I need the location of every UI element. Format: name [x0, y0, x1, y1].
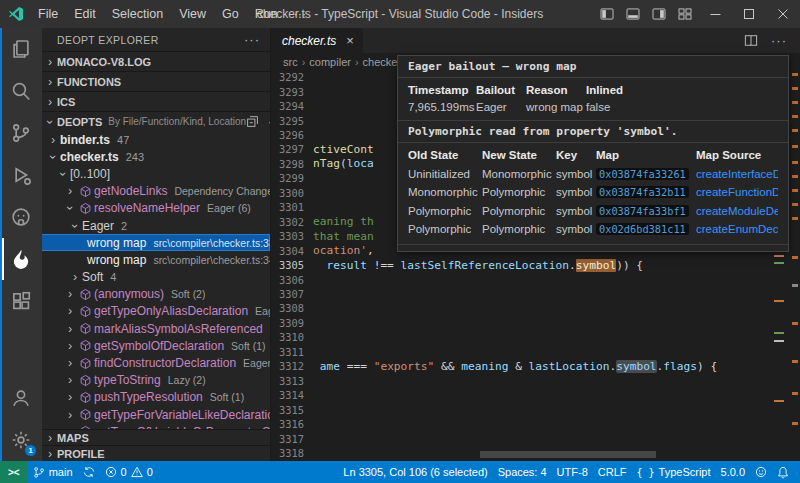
map-address[interactable]: 0x03874fa32b11: [596, 186, 689, 198]
column-header: Map Source: [696, 149, 778, 161]
eol-status[interactable]: CRLF: [593, 461, 632, 483]
tree-item[interactable]: ›Soft4: [40, 269, 270, 286]
section-header-profile[interactable]: ›PROFILE: [40, 445, 270, 461]
menu-item[interactable]: File: [30, 0, 66, 28]
tree-item[interactable]: ›binder.ts47: [40, 131, 270, 148]
code-token: ===: [340, 360, 374, 373]
map-address[interactable]: 0x03874fa33bf1: [596, 205, 689, 217]
language-mode[interactable]: { } TypeScript: [632, 461, 716, 483]
indentation-status[interactable]: Spaces: 4: [493, 461, 552, 483]
section-deopts[interactable]: › DEOPTS By File/Function/Kind, Location…: [40, 111, 270, 131]
map-source-link[interactable]: createModuleDeclarat: [696, 205, 778, 217]
menu-item[interactable]: ···: [286, 0, 315, 28]
tree-item-label: findConstructorDeclaration: [94, 356, 236, 370]
line-number: 3309: [270, 317, 304, 329]
menu-item[interactable]: Selection: [104, 0, 171, 28]
table-header-row: Old StateNew StateKeyMapMap Source: [408, 146, 778, 165]
cursor-position[interactable]: Ln 3305, Col 106 (6 selected): [338, 461, 492, 483]
tab-close-icon[interactable]: ×: [346, 33, 354, 48]
github-icon[interactable]: [2, 196, 40, 238]
extensions-icon[interactable]: [2, 280, 40, 322]
section-header-maps[interactable]: ›MAPS: [40, 429, 270, 445]
menu-item[interactable]: View: [171, 0, 214, 28]
tree-item[interactable]: wrong mapsrc\compiler\checker.ts:330...: [40, 234, 270, 251]
code-line: 3314: [270, 388, 800, 402]
tree-item[interactable]: wrong mapsrc\compiler\checker.ts:348...: [40, 251, 270, 268]
map-source-link[interactable]: createInterfaceDeclara: [696, 168, 778, 180]
tree-item[interactable]: ›getSymbolOfDeclarationSoft (1): [40, 337, 270, 354]
tree-item[interactable]: ›getTypeForVariableLikeDeclaration...: [40, 406, 270, 423]
tree-item[interactable]: ›pushTypeResolutionSoft (1): [40, 389, 270, 406]
problems-status[interactable]: 0 0: [100, 461, 158, 483]
map-address[interactable]: 0x03874fa33261: [596, 168, 689, 180]
editor-more-actions-icon[interactable]: ···: [771, 33, 787, 48]
map-source-link[interactable]: createFunctionDeclara: [696, 186, 778, 198]
minimize-button[interactable]: [698, 0, 732, 28]
search-icon[interactable]: [2, 70, 40, 112]
sidebar-sections-top: ›MONACO-V8.LOG›FUNCTIONS›ICS: [40, 51, 270, 111]
source-control-icon[interactable]: [2, 112, 40, 154]
code-token: [313, 259, 326, 272]
section-header-ics[interactable]: ›ICS: [40, 91, 270, 111]
split-editor-icon[interactable]: [744, 34, 758, 47]
deopt-function-icon: [77, 391, 94, 404]
toggle-secondary-sidebar-icon[interactable]: [646, 0, 672, 28]
tree-item-count: 243: [126, 151, 144, 163]
tree-item[interactable]: ›markAliasSymbolAsReferencedEage...: [40, 320, 270, 337]
tree-item-description: Soft (2): [171, 288, 205, 300]
tree-item[interactable]: ›findConstructorDeclarationEager (1): [40, 354, 270, 371]
accounts-icon[interactable]: [2, 377, 40, 419]
braces-icon: { }: [637, 467, 655, 478]
tab-checker-ts[interactable]: checker.ts ×: [270, 28, 363, 53]
run-and-debug-icon[interactable]: [2, 154, 40, 196]
section-header-functions[interactable]: ›FUNCTIONS: [40, 71, 270, 91]
close-button[interactable]: [766, 0, 800, 28]
remote-indicator[interactable]: ><: [0, 461, 28, 483]
sync-button[interactable]: [78, 461, 100, 483]
sidebar-more-actions-icon[interactable]: ···: [244, 32, 260, 47]
encoding-status[interactable]: UTF-8: [552, 461, 593, 483]
menu-item[interactable]: Edit: [66, 0, 104, 28]
breadcrumb-item[interactable]: compiler: [309, 56, 351, 68]
deopt-explorer-flame-icon[interactable]: [2, 238, 40, 280]
tree-item[interactable]: ›typeToStringLazy (2): [40, 372, 270, 389]
git-branch-icon: [33, 466, 45, 479]
tree-item[interactable]: ›getTypeOnlyAliasDeclarationEager (1): [40, 303, 270, 320]
tree-item-label: Soft: [82, 270, 103, 284]
settings-badge: 1: [25, 445, 36, 456]
error-count: 0: [121, 466, 127, 478]
code-token: ame: [320, 360, 340, 373]
peek-maps-link[interactable]: Peek maps: [398, 245, 788, 253]
customize-layout-icon[interactable]: [672, 0, 698, 28]
chevron-right-icon: ›: [63, 304, 77, 318]
breadcrumb-item[interactable]: src: [283, 56, 298, 68]
map-source-link[interactable]: createEnumDeclaratio: [696, 223, 778, 235]
menu-item[interactable]: Go: [214, 0, 247, 28]
tree-item[interactable]: ›resolveNameHelperEager (6): [40, 200, 270, 217]
explorer-icon[interactable]: [2, 28, 40, 70]
tree-item[interactable]: ›[0..100]: [40, 165, 270, 182]
table-cell: Monomorphic: [482, 168, 556, 180]
maximize-button[interactable]: [732, 0, 766, 28]
line-number: 3300: [270, 187, 304, 199]
map-address[interactable]: 0x02d6bd381c11: [596, 223, 689, 235]
tree-item[interactable]: ›checker.ts243: [40, 148, 270, 165]
section-header-monaco-v8-log[interactable]: ›MONACO-V8.LOG: [40, 51, 270, 71]
menu-item[interactable]: Run: [247, 0, 286, 28]
settings-gear-icon[interactable]: 1: [2, 419, 40, 461]
tree-item[interactable]: ›Eager2: [40, 217, 270, 234]
chevron-right-icon: ›: [43, 431, 57, 445]
feedback-smiley-icon[interactable]: [750, 461, 772, 483]
tree-item-label: pushTypeResolution: [94, 390, 203, 404]
branch-status[interactable]: main: [28, 461, 78, 483]
horizontal-scrollbar[interactable]: [480, 451, 656, 458]
deopts-more-actions-icon[interactable]: ···: [268, 115, 270, 129]
line-number: 3317: [270, 433, 304, 445]
toggle-primary-sidebar-icon[interactable]: [594, 0, 620, 28]
toggle-panel-icon[interactable]: [620, 0, 646, 28]
tree-item[interactable]: ›(anonymous)Soft (2): [40, 286, 270, 303]
tree-item[interactable]: ›getNodeLinksDependency Change (1): [40, 183, 270, 200]
collapse-all-icon[interactable]: [246, 115, 259, 128]
typescript-version[interactable]: 5.0.0: [716, 461, 750, 483]
notifications-bell-icon[interactable]: [772, 461, 794, 483]
